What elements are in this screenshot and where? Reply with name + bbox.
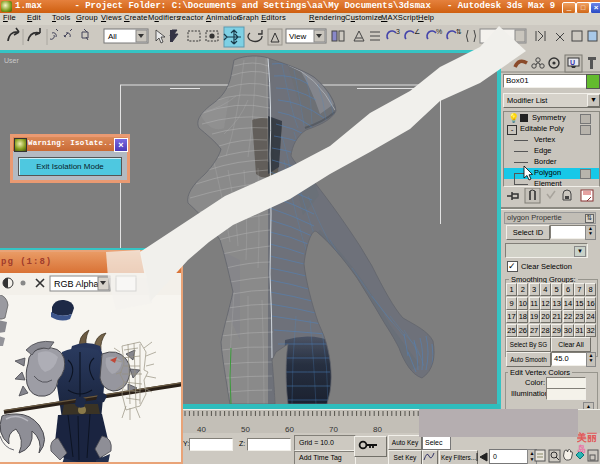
svg-text:⇅: ⇅ (456, 28, 462, 35)
svg-text:∠: ∠ (414, 28, 420, 35)
svg-text:3: 3 (396, 28, 400, 35)
svg-text:All: All (108, 32, 117, 41)
svg-text:View: View (289, 32, 306, 41)
svg-text:User: User (4, 57, 19, 64)
svg-text:%: % (436, 28, 442, 35)
svg-text:RGB Alpha: RGB Alpha (54, 279, 99, 289)
svg-text:U: U (570, 59, 575, 66)
